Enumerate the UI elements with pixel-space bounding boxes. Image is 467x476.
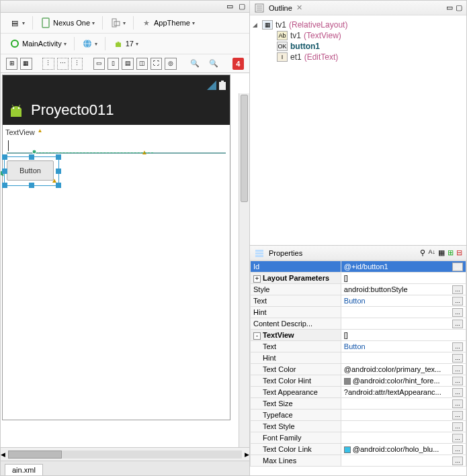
- ellipsis-button[interactable]: ...: [452, 354, 463, 363]
- scrollbar-vertical[interactable]: [239, 93, 249, 447]
- property-row[interactable]: Text Color@android:color/primary_tex....…: [251, 364, 466, 375]
- edittext-widget[interactable]: [7, 140, 226, 154]
- toggle-bounds-icon[interactable]: ⊞: [6, 58, 17, 70]
- resize-handle[interactable]: [56, 169, 61, 174]
- tree-root[interactable]: ◢ ▦ tv1 (RelativeLayout): [253, 19, 464, 30]
- resize-handle[interactable]: [29, 154, 34, 160]
- ellipsis-button[interactable]: ...: [452, 434, 463, 442]
- resize-handle[interactable]: [2, 183, 7, 188]
- property-row[interactable]: TextButton...: [251, 295, 466, 307]
- sort-icon[interactable]: A↓: [428, 248, 435, 257]
- close-icon[interactable]: ✕: [296, 3, 302, 12]
- align-left-icon[interactable]: ⋮: [42, 58, 54, 70]
- orientation-menu[interactable]: ▾: [107, 15, 129, 30]
- svg-rect-9: [219, 82, 226, 90]
- tree-item-button[interactable]: OK button1: [253, 41, 464, 52]
- error-badge[interactable]: 4: [232, 58, 244, 70]
- distribute-v-icon[interactable]: ▯: [108, 58, 119, 70]
- property-row[interactable]: Text Size...: [251, 398, 466, 410]
- property-row[interactable]: +Layout Parameters[]: [251, 273, 466, 284]
- property-row[interactable]: Styleandroid:buttonStyle...: [251, 284, 466, 295]
- expand-all-icon[interactable]: ⊞: [448, 248, 454, 257]
- collapse-all-icon[interactable]: ⊟: [456, 248, 462, 257]
- toggle-margins-icon[interactable]: ▦: [20, 58, 32, 70]
- ellipsis-button[interactable]: ...: [452, 377, 463, 385]
- zoom-in-button[interactable]: 🔍: [206, 57, 222, 70]
- property-row[interactable]: Hint...: [251, 307, 466, 318]
- theme-selector[interactable]: ★ AppTheme ▾: [138, 15, 198, 30]
- center-icon[interactable]: ◎: [165, 58, 176, 70]
- expand-icon[interactable]: ⛶: [151, 58, 162, 70]
- align-center-icon[interactable]: ⋯: [57, 58, 69, 70]
- collapse-icon[interactable]: ◢: [253, 21, 259, 28]
- maximize-icon[interactable]: ▢: [237, 2, 247, 11]
- layout-icon[interactable]: ▤: [122, 58, 133, 70]
- zoom-out-button[interactable]: 🔍: [187, 57, 203, 70]
- activity-selector[interactable]: MainActivity ▾: [6, 36, 70, 51]
- ellipsis-button[interactable]: ...: [452, 320, 463, 328]
- svg-point-15: [32, 150, 36, 154]
- property-key: Hint: [253, 308, 267, 316]
- property-row[interactable]: Hint...: [251, 352, 466, 364]
- expander-icon[interactable]: +: [253, 275, 261, 283]
- ellipsis-button[interactable]: ...: [452, 457, 463, 465]
- theme-name: AppTheme: [154, 19, 190, 27]
- minimize-icon[interactable]: ▭: [446, 3, 453, 12]
- property-row[interactable]: TextButton...: [251, 341, 466, 352]
- resize-handle[interactable]: [29, 183, 34, 188]
- property-row[interactable]: Text Style...: [251, 421, 466, 432]
- scrollbar-thumb[interactable]: [241, 95, 248, 202]
- config-toolbar: ▤ ▾ Nexus One ▾ ▾ ★ AppTheme ▾: [1, 13, 249, 34]
- pack-icon[interactable]: ◫: [136, 58, 148, 70]
- outline-icon: [254, 3, 265, 13]
- ellipsis-button[interactable]: ...: [452, 285, 463, 294]
- property-key: Text Appearance: [263, 388, 318, 396]
- ellipsis-button[interactable]: ...: [452, 263, 463, 271]
- resize-handle[interactable]: [2, 169, 7, 174]
- ellipsis-button[interactable]: ...: [452, 365, 463, 374]
- resize-handle[interactable]: [2, 154, 7, 160]
- property-row[interactable]: Text Appearance?android:attr/textAppeara…: [251, 387, 466, 398]
- property-row[interactable]: -TextView[]: [251, 330, 466, 341]
- warning-icon: ▲: [141, 148, 148, 155]
- scroll-right-icon[interactable]: ▶: [245, 451, 249, 458]
- ellipsis-button[interactable]: ...: [452, 388, 463, 397]
- ellipsis-button[interactable]: ...: [452, 399, 463, 408]
- property-row[interactable]: Max Lines...: [251, 455, 466, 467]
- ellipsis-button[interactable]: ...: [452, 308, 463, 317]
- config-menu[interactable]: ▤ ▾: [6, 15, 28, 30]
- property-value: @android:color/holo_blu...: [353, 445, 439, 453]
- property-row[interactable]: Text Color Link@android:color/holo_blu..…: [251, 444, 466, 455]
- scroll-left-icon[interactable]: ◀: [1, 451, 5, 458]
- ellipsis-button[interactable]: ...: [452, 422, 463, 431]
- tab-xml[interactable]: ain.xml: [5, 464, 43, 475]
- align-right-icon[interactable]: ⋮: [71, 58, 83, 70]
- property-row[interactable]: Text Color Hint@android:color/hint_fore.…: [251, 375, 466, 387]
- expander-icon[interactable]: -: [253, 332, 261, 340]
- maximize-icon[interactable]: ▢: [456, 3, 462, 12]
- api-selector[interactable]: 17 ▾: [110, 36, 142, 51]
- resize-handle[interactable]: [56, 154, 61, 160]
- textview-widget[interactable]: TextView ▲: [3, 125, 230, 139]
- ellipsis-button[interactable]: ...: [452, 342, 463, 351]
- property-row[interactable]: Content Descrip......: [251, 318, 466, 330]
- property-row[interactable]: Typeface...: [251, 410, 466, 421]
- device-selector[interactable]: Nexus One ▾: [37, 15, 98, 30]
- ellipsis-button[interactable]: ...: [452, 411, 463, 420]
- minimize-icon[interactable]: ▭: [225, 2, 235, 11]
- filter-icon[interactable]: ⚲: [420, 248, 425, 257]
- design-canvas: Proyecto011 TextView ▲ ▲ ◀ Button: [1, 73, 249, 447]
- ellipsis-button[interactable]: ...: [452, 297, 463, 305]
- property-row[interactable]: Font Family...: [251, 432, 466, 444]
- tree-item-textview[interactable]: Ab tv1 (TextView): [253, 30, 464, 41]
- button-widget-selected[interactable]: ◀ Button ▲: [7, 160, 56, 182]
- distribute-h-icon[interactable]: ▭: [93, 58, 105, 70]
- advanced-icon[interactable]: ▦: [438, 248, 445, 257]
- locale-selector[interactable]: ▾: [79, 36, 101, 51]
- property-key: Hint: [263, 354, 276, 362]
- property-row[interactable]: Id@+id/button1...: [251, 261, 466, 273]
- ellipsis-button[interactable]: ...: [452, 445, 463, 454]
- zoom-scrollbar[interactable]: ◀ ▶: [1, 447, 249, 461]
- tree-item-edittext[interactable]: I et1 (EditText): [253, 52, 464, 62]
- properties-header: Properties ⚲ A↓ ▦ ⊞ ⊟: [250, 246, 466, 260]
